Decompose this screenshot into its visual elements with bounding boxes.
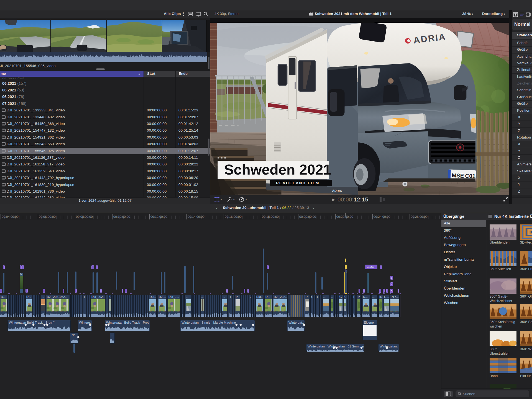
svg-text:PEACELAND FILM: PEACELAND FILM <box>276 181 319 185</box>
svg-text:00:06:00:00: 00:06:00:00 <box>39 215 56 218</box>
svg-text:00:24:00:00: 00:24:00:00 <box>374 215 390 218</box>
svg-text:00:04:00:00: 00:04:00:00 <box>2 215 19 218</box>
svg-text:00:26:00:00: 00:26:00:00 <box>411 215 428 218</box>
svg-text:Schweden 2021: Schweden 2021 <box>224 162 331 177</box>
svg-text:00:08:00:00: 00:08:00:00 <box>76 215 93 218</box>
svg-text:00:18:00:00: 00:18:00:00 <box>262 215 279 218</box>
svg-text:00:12:00:00: 00:12:00:00 <box>150 215 167 218</box>
svg-text:00:20:00:00: 00:20:00:00 <box>299 215 316 218</box>
svg-text:00:14:00:00: 00:14:00:00 <box>188 215 204 218</box>
svg-text:00:22:00:00: 00:22:00:00 <box>336 215 353 218</box>
svg-text:ADRIA: ADRIA <box>332 189 342 193</box>
svg-text:00:16:00:00: 00:16:00:00 <box>225 215 242 218</box>
svg-text:MSE C01: MSE C01 <box>452 172 475 179</box>
svg-text:00:10:00:00: 00:10:00:00 <box>113 215 130 218</box>
